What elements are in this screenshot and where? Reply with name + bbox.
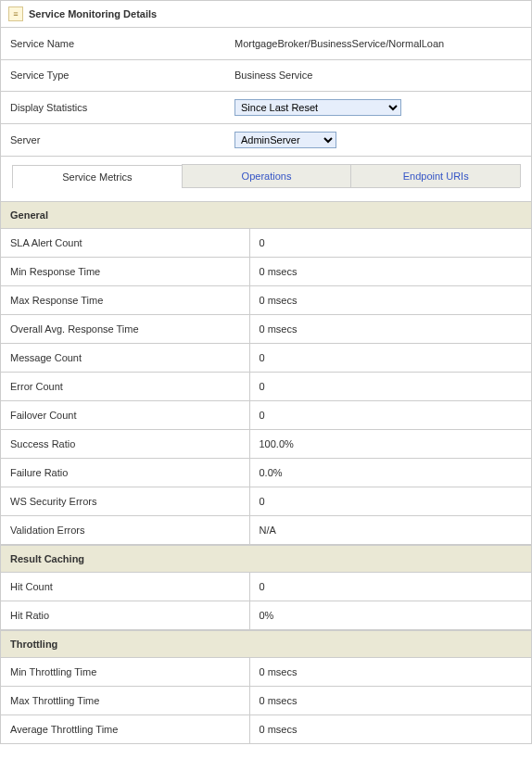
metric-label: Hit Ratio <box>1 601 249 629</box>
server-label: Server <box>1 123 225 156</box>
metric-value: 0.0% <box>249 458 531 487</box>
section-result-caching: Result CachingHit Count0Hit Ratio0% <box>1 545 531 630</box>
table-row: Error Count0 <box>1 372 531 400</box>
tabs-container: Service Metrics Operations Endpoint URIs <box>1 157 531 188</box>
section-header-throttling: Throttling <box>1 630 531 658</box>
service-info-table: Service Name MortgageBroker/BusinessServ… <box>1 28 531 157</box>
metric-value: 0 <box>249 343 531 372</box>
table-row: SLA Alert Count0 <box>1 229 531 258</box>
metric-value: 0 <box>249 400 531 429</box>
metric-label: Error Count <box>1 372 249 400</box>
metric-label: Min Throttling Time <box>1 658 249 687</box>
table-row: Overall Avg. Response Time0 msecs <box>1 314 531 343</box>
service-type-label: Service Type <box>1 59 225 91</box>
metric-label: Min Response Time <box>1 257 249 285</box>
metric-value: 0 <box>249 229 531 258</box>
display-statistics-select[interactable]: Since Last Reset <box>234 99 401 116</box>
metric-value: 0 msecs <box>249 257 531 285</box>
display-statistics-label: Display Statistics <box>1 91 225 123</box>
metric-value: 0 msecs <box>249 314 531 343</box>
metric-value: 0 <box>249 372 531 400</box>
table-row: Failover Count0 <box>1 400 531 429</box>
service-name-label: Service Name <box>1 28 225 59</box>
metric-label: Validation Errors <box>1 515 249 544</box>
panel-header: ≡ Service Monitoring Details <box>1 1 531 28</box>
table-row: Max Response Time0 msecs <box>1 285 531 314</box>
metric-value: 0 msecs <box>249 658 531 687</box>
metric-label: Overall Avg. Response Time <box>1 314 249 343</box>
metric-label: Success Ratio <box>1 429 249 458</box>
metric-label: Message Count <box>1 343 249 372</box>
table-row: Min Throttling Time0 msecs <box>1 658 531 687</box>
metric-value: 0 <box>249 487 531 515</box>
table-row: Max Throttling Time0 msecs <box>1 686 531 714</box>
tab-operations[interactable]: Operations <box>182 164 352 187</box>
metric-value: 100.0% <box>249 429 531 458</box>
table-row: Success Ratio100.0% <box>1 429 531 458</box>
service-type-value: Business Service <box>225 59 531 91</box>
metrics-table: Hit Count0Hit Ratio0% <box>1 573 531 630</box>
metric-label: Hit Count <box>1 573 249 601</box>
tabs: Service Metrics Operations Endpoint URIs <box>12 164 520 188</box>
tab-endpoint-uris[interactable]: Endpoint URIs <box>350 164 521 187</box>
section-throttling: ThrottlingMin Throttling Time0 msecsMax … <box>1 630 531 744</box>
table-row: Min Response Time0 msecs <box>1 257 531 285</box>
metric-label: SLA Alert Count <box>1 229 249 258</box>
table-row: Validation ErrorsN/A <box>1 515 531 544</box>
metric-label: Average Throttling Time <box>1 714 249 743</box>
service-name-value: MortgageBroker/BusinessService/NormalLoa… <box>225 28 531 59</box>
table-row: Failure Ratio0.0% <box>1 458 531 487</box>
page-title: Service Monitoring Details <box>29 8 157 19</box>
metrics-table: Min Throttling Time0 msecsMax Throttling… <box>1 658 531 744</box>
section-header-result-caching: Result Caching <box>1 545 531 573</box>
metric-value: 0 <box>249 573 531 601</box>
section-header-general: General <box>1 201 531 229</box>
sections-container: GeneralSLA Alert Count0Min Response Time… <box>1 201 531 744</box>
metric-label: WS Security Errors <box>1 487 249 515</box>
table-row: Message Count0 <box>1 343 531 372</box>
metric-label: Max Response Time <box>1 285 249 314</box>
metric-value: N/A <box>249 515 531 544</box>
server-select[interactable]: AdminServer <box>234 132 336 148</box>
tab-service-metrics[interactable]: Service Metrics <box>12 165 183 188</box>
table-row: Average Throttling Time0 msecs <box>1 714 531 743</box>
table-row: WS Security Errors0 <box>1 487 531 515</box>
service-monitoring-panel: ≡ Service Monitoring Details Service Nam… <box>0 0 532 744</box>
metric-value: 0 msecs <box>249 285 531 314</box>
section-general: GeneralSLA Alert Count0Min Response Time… <box>1 201 531 545</box>
metric-label: Failover Count <box>1 400 249 429</box>
document-icon: ≡ <box>8 6 23 21</box>
metric-label: Failure Ratio <box>1 458 249 487</box>
table-row: Hit Ratio0% <box>1 601 531 629</box>
metric-value: 0 msecs <box>249 686 531 714</box>
metric-value: 0 msecs <box>249 714 531 743</box>
metric-label: Max Throttling Time <box>1 686 249 714</box>
table-row: Hit Count0 <box>1 573 531 601</box>
metrics-table: SLA Alert Count0Min Response Time0 msecs… <box>1 229 531 545</box>
metric-value: 0% <box>249 601 531 629</box>
